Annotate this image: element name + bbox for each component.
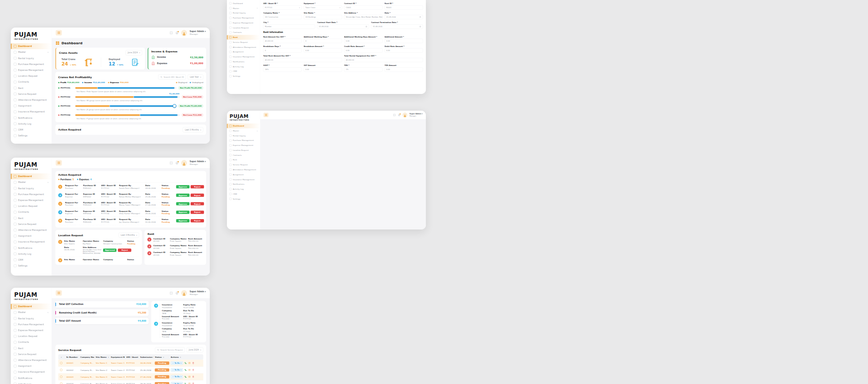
notifications-bell-icon[interactable] [175, 291, 179, 295]
sidebar-item-rent[interactable]: Rent [11, 215, 52, 221]
sidebar-item-rent[interactable]: Rent [11, 345, 52, 351]
hamburger-menu-icon[interactable] [56, 30, 62, 36]
field-input[interactable]: 0.00 [304, 67, 342, 71]
sidebar-item-master[interactable]: Master∨ [11, 49, 52, 55]
sidebar-item-attendance-management[interactable]: Attendance Management [11, 227, 52, 233]
period-select[interactable]: June 2024▾ [187, 347, 203, 353]
sidebar-item-purchase-management[interactable]: Purchase Management [11, 191, 52, 197]
sidebar-item-master[interactable]: Master∨ [227, 6, 260, 11]
user-menu[interactable]: Super Admin ▾Manager [190, 290, 206, 295]
asset-search-input[interactable]: Search UID / Asset ID [158, 75, 186, 80]
field-input[interactable]: GG Construction [263, 15, 302, 19]
sidebar-item-insurance-management[interactable]: Insurance Management [11, 239, 52, 245]
field-input[interactable]: GG Buildings [304, 15, 342, 19]
notifications-bell-icon[interactable] [175, 31, 179, 34]
sidebar-item-attendance-management[interactable]: Attendance Management [227, 167, 260, 172]
sidebar-item-location-request[interactable]: Location Request [227, 148, 260, 153]
radio-icon[interactable] [60, 383, 62, 384]
sidebar-item-purchase-management[interactable]: Purchase Management [227, 138, 260, 143]
field-select[interactable]: POTTC01▾ [263, 5, 302, 9]
profit-bar[interactable] [75, 87, 176, 89]
todo-status-chip[interactable]: ✓ To Do ▾ [171, 375, 183, 379]
radio-icon[interactable] [60, 375, 62, 378]
period-select[interactable]: Last 3 Months▾ [183, 127, 203, 132]
sidebar-item-master[interactable]: Master∨ [11, 179, 52, 185]
sidebar-item-expense-management[interactable]: Expense Management [11, 197, 52, 203]
bar-slider-handle[interactable] [173, 104, 176, 108]
notifications-bell-icon[interactable] [175, 161, 179, 164]
sidebar-item-rental-inquiry[interactable]: Rental Inquiry [11, 315, 52, 321]
sidebar-item-attendance-management[interactable]: Attendance Management [11, 97, 52, 103]
todo-status-chip[interactable]: ✓ To Do ▾ [171, 361, 183, 365]
sidebar-item-dashboard[interactable]: Dashboard [11, 304, 52, 309]
field-input[interactable]: Shivam Apt Cross, West Malad, Mumbai, Ma… [344, 15, 382, 19]
field-input[interactable]: 1% [344, 67, 382, 71]
sidebar-item-expense-management[interactable]: Expense Management [11, 67, 52, 73]
field-input[interactable]: 0.00 [344, 48, 382, 52]
avatar[interactable] [181, 30, 187, 36]
sidebar-item-service-request[interactable]: Service Request [227, 162, 260, 167]
approve-button[interactable]: Approve [176, 185, 190, 188]
sidebar-item-location-request[interactable]: Location Request [11, 73, 52, 79]
user-menu[interactable]: Super Admin ▾Manager [410, 113, 423, 117]
sidebar-item-rent[interactable]: Rent [227, 158, 260, 163]
expand-icon[interactable] [170, 161, 173, 164]
field-date[interactable]: 01-08-2024 [317, 24, 369, 28]
user-menu[interactable]: Super Admin ▾Manager [190, 30, 206, 35]
sidebar-item-purchase-management[interactable]: Purchase Management [11, 321, 52, 327]
service-request-search[interactable]: Search Service Request [155, 347, 185, 353]
field-input[interactable]: 40,000.00 [263, 39, 302, 43]
sidebar-item-purchase-management[interactable]: Purchase Management [227, 15, 260, 20]
approve-button[interactable]: Approve [176, 194, 190, 197]
field-date[interactable]: 31-08-2024 [371, 24, 423, 28]
approved-button[interactable]: Approved [103, 248, 117, 252]
sidebar-item-contracts[interactable]: Contracts [11, 79, 52, 85]
approve-button[interactable]: Approve [176, 202, 190, 205]
sidebar-item-notifications[interactable]: Notifications [227, 59, 260, 64]
reject-button[interactable]: Reject [191, 202, 204, 205]
sidebar-item-contracts[interactable]: Contracts [11, 339, 52, 345]
expand-icon[interactable] [170, 31, 173, 34]
avatar[interactable] [181, 160, 187, 166]
hamburger-menu-icon[interactable] [264, 113, 269, 117]
radio-icon[interactable] [60, 369, 62, 371]
sidebar-item-notifications[interactable]: Notifications [11, 115, 52, 121]
sidebar-item-service-request[interactable]: Service Request [11, 351, 52, 357]
sidebar-item-insurance-management[interactable]: Insurance Management [11, 369, 52, 375]
sidebar-item-attendance-management[interactable]: Attendance Management [227, 45, 260, 50]
sidebar-item-assignment[interactable]: Assignment [11, 103, 52, 109]
sidebar-item-purchase-management[interactable]: Purchase Management [11, 61, 52, 67]
sidebar-item-insurance-management[interactable]: Insurance Management [227, 54, 260, 59]
expand-icon[interactable] [393, 114, 396, 117]
reject-button[interactable]: Reject [118, 248, 132, 252]
todo-status-chip[interactable]: ✓ To Do ▾ [171, 382, 183, 384]
todo-status-chip[interactable]: ✓ To Do ▾ [171, 368, 183, 372]
sidebar-item-notifications[interactable]: Notifications [11, 375, 52, 381]
sidebar-item-contracts[interactable]: Contracts [227, 153, 260, 158]
period-select[interactable]: Last 3 Months▾ [118, 233, 139, 238]
sidebar-item-service-request[interactable]: Service Request [11, 91, 52, 97]
sidebar-item-service-request[interactable]: Service Request [227, 40, 260, 45]
sidebar-item-location-request[interactable]: Location Request [227, 25, 260, 30]
field-input[interactable]: 40,000.00 [263, 58, 342, 62]
sidebar-item-notifications[interactable]: Notifications [11, 245, 52, 251]
sidebar-item-expense-management[interactable]: Expense Management [227, 20, 260, 25]
sidebar-item-expense-management[interactable]: Expense Management [11, 328, 52, 333]
reject-button[interactable]: Reject [191, 185, 204, 188]
sidebar-item-contracts[interactable]: Contracts [227, 30, 260, 35]
hamburger-menu-icon[interactable] [56, 290, 62, 296]
sidebar-item-settings[interactable]: Settings [227, 197, 260, 201]
sidebar-item-notifications[interactable]: Notifications [227, 182, 260, 187]
sidebar-item-settings[interactable]: Settings [11, 133, 52, 139]
expand-icon[interactable] [170, 291, 173, 295]
sidebar-item-activity-log[interactable]: Activity Log [11, 381, 52, 384]
sidebar-item-attendance-management[interactable]: Attendance Management [11, 357, 52, 363]
hamburger-menu-icon[interactable] [56, 160, 62, 166]
user-menu[interactable]: Super Admin ▾Manager [190, 160, 206, 165]
sidebar-item-master[interactable]: Master∨ [227, 128, 260, 133]
sidebar-item-expense-management[interactable]: Expense Management [227, 143, 260, 148]
reject-button[interactable]: Reject [191, 211, 204, 214]
avatar[interactable] [181, 290, 187, 296]
field-input[interactable]: R0001 [385, 5, 423, 9]
sidebar-item-rental-inquiry[interactable]: Rental Inquiry [227, 133, 260, 138]
